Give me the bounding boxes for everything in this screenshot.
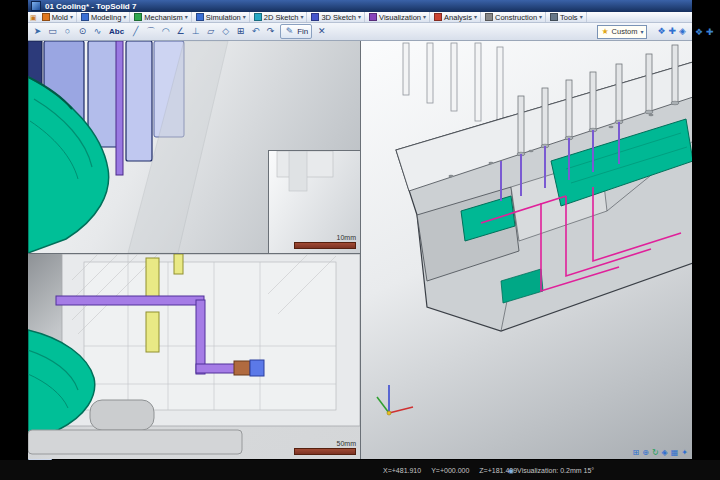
toolbar-extra-icon-2[interactable]: ✚ bbox=[669, 27, 677, 36]
pipe-fitting bbox=[234, 361, 250, 375]
section-canvas[interactable] bbox=[28, 254, 360, 459]
menu-tab-2d-sketch[interactable]: 2D Sketch ▾ bbox=[251, 12, 308, 22]
toolbar-extra-icon-3[interactable]: ◈ bbox=[679, 27, 686, 36]
menu-tab-label: Construction bbox=[495, 13, 537, 22]
menu-tab-3d-sketch[interactable]: 3D Sketch ▾ bbox=[308, 12, 365, 22]
dropdown-caret-icon: ▾ bbox=[358, 14, 361, 20]
rotate-view-icon[interactable]: ↻ bbox=[652, 449, 659, 457]
dropdown-caret-icon: ▾ bbox=[539, 14, 542, 20]
viewport-section[interactable]: 50mm bbox=[28, 253, 360, 459]
redo-icon[interactable]: ↷ bbox=[265, 27, 276, 36]
screen: 01 Cooling* - TopSolid 7 ▣ Mold ▾ Modeli… bbox=[0, 0, 720, 480]
coordinate-readout: X=+481.910 Y=+000.000 Z=+181.409 bbox=[383, 467, 517, 474]
menu-tab-label: 3D Sketch bbox=[321, 13, 356, 22]
menu-tab-mold[interactable]: Mold ▾ bbox=[39, 12, 77, 22]
custom-preset-dropdown[interactable]: ★ Custom ▾ bbox=[597, 25, 647, 39]
toolbar: ➤ ▭ ○ ⊙ ∿ Abc ╱ ⌒ ◠ ∠ ⊥ ▱ ◇ ⊞ ↶ ↷ ✎ Fin … bbox=[28, 23, 692, 41]
menu-tab-tools[interactable]: Tools ▾ bbox=[547, 12, 587, 22]
viewport-main-3d[interactable]: ⊞ ⊕ ↻ ◈ ▦ ✦ bbox=[360, 41, 692, 459]
detail-scalebar: 10mm bbox=[294, 234, 356, 249]
dropdown-caret-icon: ▾ bbox=[640, 29, 643, 35]
fin-button[interactable]: ✎ Fin bbox=[280, 24, 312, 39]
dropdown-caret-icon: ▾ bbox=[474, 14, 477, 20]
ellipse-tool-icon[interactable]: ⊙ bbox=[77, 27, 88, 36]
viewport-detail[interactable]: 10mm bbox=[268, 150, 360, 253]
detail-scale-label: 10mm bbox=[294, 234, 356, 241]
corner-icon-2[interactable]: ✚ bbox=[706, 28, 714, 37]
menu-tab-analysis[interactable]: Analysis ▾ bbox=[431, 12, 481, 22]
perpendicular-tool-icon[interactable]: ⊥ bbox=[190, 27, 201, 36]
ejector-pins-left bbox=[403, 43, 503, 133]
fin-button-label: Fin bbox=[297, 27, 308, 36]
section-scalebar: 50mm bbox=[294, 440, 356, 455]
window-title: 01 Cooling* - TopSolid 7 bbox=[45, 2, 136, 11]
zoom-view-icon[interactable]: ⊕ bbox=[642, 449, 649, 457]
pencil-icon: ✎ bbox=[284, 27, 295, 36]
select-tool-icon[interactable]: ➤ bbox=[32, 27, 43, 36]
toolbar-right-group: ❖ ✚ ◈ bbox=[657, 27, 686, 36]
menu-tab-label: Simulation bbox=[206, 13, 241, 22]
line-tool-icon[interactable]: ╱ bbox=[130, 27, 141, 36]
dropdown-caret-icon: ▾ bbox=[70, 14, 73, 20]
visualization-text: Visualization: 0.2mm 15° bbox=[517, 467, 594, 474]
dropdown-caret-icon: ▾ bbox=[300, 14, 303, 20]
corner-icons: ❖ ✚ bbox=[695, 28, 714, 37]
dropdown-caret-icon: ▾ bbox=[185, 14, 188, 20]
render-mode-icon[interactable]: ◈ bbox=[662, 449, 668, 457]
menu-tab-label: Analysis bbox=[444, 13, 472, 22]
menu-tab-label: Mechanism bbox=[144, 13, 182, 22]
2d-sketch-tab-icon bbox=[254, 13, 262, 21]
titlebar[interactable]: 01 Cooling* - TopSolid 7 bbox=[28, 0, 692, 12]
corner-icon-1[interactable]: ❖ bbox=[695, 28, 703, 37]
fillet-tool-icon[interactable]: ◠ bbox=[160, 27, 171, 36]
spline-tool-icon[interactable]: ∿ bbox=[92, 27, 103, 36]
core-nose-cap bbox=[90, 400, 154, 430]
offset-tool-icon[interactable]: ◇ bbox=[220, 27, 231, 36]
dropdown-caret-icon: ▾ bbox=[580, 14, 583, 20]
toolbar-extra-icon-1[interactable]: ❖ bbox=[657, 27, 665, 36]
analysis-tab-icon bbox=[434, 13, 442, 21]
dropdown-caret-icon: ▾ bbox=[243, 14, 246, 20]
circle-tool-icon[interactable]: ○ bbox=[62, 27, 73, 36]
workspace: 10mm bbox=[28, 41, 692, 459]
topsolid-window: 01 Cooling* - TopSolid 7 ▣ Mold ▾ Modeli… bbox=[28, 0, 692, 459]
detail-pocket bbox=[289, 151, 307, 191]
menu-tab-label: 2D Sketch bbox=[264, 13, 299, 22]
view-toolbar: ⊞ ⊕ ↻ ◈ ▦ ✦ bbox=[632, 449, 688, 457]
coord-y: Y=+000.000 bbox=[431, 467, 469, 474]
arc-tool-icon[interactable]: ⌒ bbox=[145, 27, 156, 36]
visualization-status[interactable]: ◉ Visualization: 0.2mm 15° bbox=[508, 467, 594, 474]
app-menu-icon[interactable]: ▣ bbox=[30, 14, 37, 21]
section-scale-rule bbox=[294, 448, 356, 455]
main-3d-canvas[interactable] bbox=[361, 41, 692, 459]
custom-preset-label: Custom bbox=[612, 27, 638, 36]
menu-tab-construction[interactable]: Construction ▾ bbox=[482, 12, 546, 22]
statusbar: X=+481.910 Y=+000.000 Z=+181.409 ◉ Visua… bbox=[0, 460, 720, 480]
dropdown-caret-icon: ▾ bbox=[123, 14, 126, 20]
grid-tool-icon[interactable]: ⊞ bbox=[235, 27, 246, 36]
rectangle-tool-icon[interactable]: ▭ bbox=[47, 27, 58, 36]
menu-tab-mechanism[interactable]: Mechanism ▾ bbox=[131, 12, 191, 22]
visualization-icon: ◉ bbox=[508, 467, 514, 474]
section-scale-label: 50mm bbox=[294, 440, 356, 447]
3d-sketch-tab-icon bbox=[311, 13, 319, 21]
undo-icon[interactable]: ↶ bbox=[250, 27, 261, 36]
fit-view-icon[interactable]: ⊞ bbox=[632, 449, 639, 457]
modeling-tab-icon bbox=[81, 13, 89, 21]
views-layout-icon[interactable]: ▦ bbox=[671, 449, 679, 457]
menu-tab-label: Mold bbox=[52, 13, 68, 22]
menu-tab-label: Modeling bbox=[91, 13, 121, 22]
menu-tab-label: Visualization bbox=[379, 13, 421, 22]
text-tool-button[interactable]: Abc bbox=[107, 27, 126, 36]
shading-icon[interactable]: ✦ bbox=[681, 449, 688, 457]
angle-tool-icon[interactable]: ∠ bbox=[175, 27, 186, 36]
purple-cooling-tube bbox=[116, 41, 123, 175]
menu-tab-modeling[interactable]: Modeling ▾ bbox=[78, 12, 130, 22]
trim-tool-icon[interactable]: ✕ bbox=[316, 27, 327, 36]
visualization-tab-icon bbox=[369, 13, 377, 21]
menu-tab-simulation[interactable]: Simulation ▾ bbox=[193, 12, 250, 22]
dropdown-caret-icon: ▾ bbox=[423, 14, 426, 20]
app-icon bbox=[31, 1, 41, 11]
menu-tab-visualization[interactable]: Visualization ▾ bbox=[366, 12, 430, 22]
mirror-tool-icon[interactable]: ▱ bbox=[205, 27, 216, 36]
